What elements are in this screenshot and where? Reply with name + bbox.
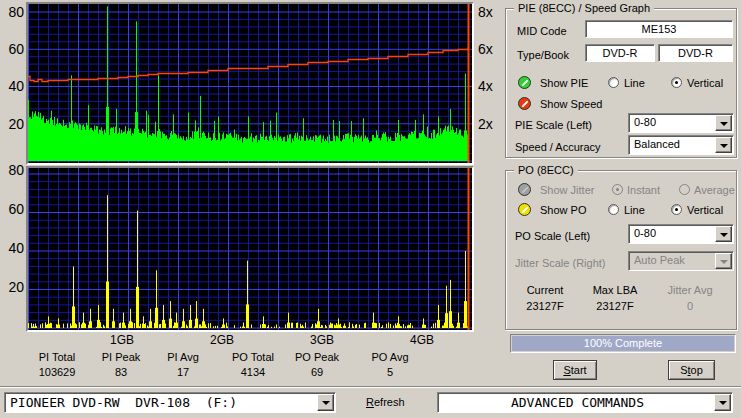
pie-line-radio[interactable] — [608, 77, 619, 88]
jitter-avg-value: 0 — [660, 300, 720, 313]
x-axis-tick-1gb: 1GB — [102, 334, 142, 347]
jitter-scale-dropdown-arrow-icon — [715, 253, 732, 269]
speed-axis-tick-6x: 6x — [478, 42, 504, 56]
pie-scale-dropdown-arrow-icon[interactable] — [715, 115, 732, 131]
max-lba-value: 23127F — [585, 300, 645, 313]
po-avg-label: PO Avg — [350, 351, 430, 364]
stop-button-rest: op — [691, 364, 703, 376]
pie-group-title: PIE (8ECC) / Speed Graph — [514, 2, 654, 14]
advanced-commands-dropdown-arrow-icon[interactable] — [714, 394, 731, 411]
x-axis-tick-2gb: 2GB — [202, 334, 242, 347]
advanced-commands-select[interactable]: ADVANCED COMMANDS — [437, 392, 733, 413]
pie-speed-graph-canvas — [26, 2, 474, 165]
type-value: DVD-R — [586, 45, 654, 59]
pie-scale-value: 0-80 — [634, 116, 713, 128]
book-value: DVD-R — [659, 45, 732, 59]
pie-vertical-radio[interactable] — [671, 77, 682, 88]
pie-line-label[interactable]: Line — [624, 77, 645, 90]
book-field: DVD-R — [658, 44, 733, 62]
show-speed-led-button[interactable] — [518, 97, 531, 110]
max-lba-label: Max LBA — [585, 284, 645, 297]
mid-code-field: ME153 — [585, 20, 733, 38]
po-axis-tick-80: 80 — [2, 163, 24, 177]
po-avg-value: 5 — [350, 366, 430, 379]
pie-vertical-label[interactable]: Vertical — [687, 77, 723, 90]
jitter-instant-radio — [612, 184, 623, 195]
bottom-separator — [0, 386, 741, 388]
refresh-button[interactable]: Refresh — [366, 396, 405, 409]
current-value: 23127F — [515, 300, 575, 313]
po-vertical-label[interactable]: Vertical — [687, 204, 723, 217]
pie-axis-tick-20: 20 — [2, 117, 24, 131]
show-jitter-led-button — [518, 183, 531, 196]
jitter-average-radio — [679, 184, 690, 195]
type-field: DVD-R — [585, 44, 655, 62]
po-axis-tick-60: 60 — [2, 202, 24, 216]
po-scale-dropdown-arrow-icon[interactable] — [715, 226, 732, 242]
po-peak-label: PO Peak — [277, 351, 357, 364]
refresh-accel: R — [366, 396, 374, 408]
speed-accuracy-dropdown-arrow-icon[interactable] — [715, 137, 732, 153]
speed-accuracy-value: Balanced — [634, 138, 713, 150]
stop-button-pre: S — [680, 364, 687, 376]
jitter-instant-label: Instant — [627, 184, 660, 197]
type-book-label: Type/Book — [517, 49, 569, 62]
po-line-radio[interactable] — [608, 204, 619, 215]
x-axis-tick-3gb: 3GB — [302, 334, 342, 347]
show-jitter-label: Show Jitter — [540, 184, 594, 197]
po-group-title: PO (8ECC) — [514, 164, 578, 176]
speed-axis-tick-4x: 4x — [478, 79, 504, 93]
start-button-rest: tart — [571, 364, 587, 376]
po-axis-tick-20: 20 — [2, 280, 24, 294]
po-scale-select[interactable]: 0-80 — [628, 224, 734, 244]
stop-button[interactable]: Stop — [668, 360, 715, 380]
drive-select-dropdown-arrow-icon[interactable] — [317, 394, 334, 411]
show-pie-label: Show PIE — [540, 77, 588, 90]
x-axis-tick-4gb: 4GB — [402, 334, 442, 347]
jitter-avg-label: Jitter Avg — [660, 284, 720, 297]
po-line-label[interactable]: Line — [624, 204, 645, 217]
app-window: 80 60 40 20 8x 6x 4x 2x 80 60 40 20 1GB … — [0, 0, 741, 418]
po-peak-value: 69 — [277, 366, 357, 379]
current-label: Current — [515, 284, 575, 297]
refresh-rest: efresh — [374, 396, 405, 408]
progress-text: 100% Complete — [511, 337, 735, 349]
jitter-scale-value: Auto Peak — [634, 254, 713, 266]
drive-select-value: PIONEER DVD-RW DVR-108 (F:) — [10, 395, 315, 410]
show-po-label: Show PO — [540, 204, 586, 217]
drive-select[interactable]: PIONEER DVD-RW DVR-108 (F:) — [4, 392, 336, 413]
speed-accuracy-label: Speed / Accuracy — [515, 141, 601, 154]
start-button[interactable]: Start — [553, 360, 597, 380]
speed-accuracy-select[interactable]: Balanced — [628, 135, 734, 155]
po-scale-value: 0-80 — [634, 227, 713, 239]
po-vertical-radio[interactable] — [671, 204, 682, 215]
pie-axis-tick-40: 40 — [2, 79, 24, 93]
speed-axis-tick-8x: 8x — [478, 5, 504, 19]
po-axis-tick-40: 40 — [2, 241, 24, 255]
show-pie-led-button[interactable] — [518, 76, 531, 89]
advanced-commands-value: ADVANCED COMMANDS — [443, 395, 712, 410]
pie-axis-tick-80: 80 — [2, 5, 24, 19]
pie-scale-select[interactable]: 0-80 — [628, 113, 734, 133]
jitter-average-label: Average — [694, 184, 735, 197]
pi-avg-value: 17 — [143, 366, 223, 379]
show-po-led-button[interactable] — [518, 203, 531, 216]
pie-scale-label: PIE Scale (Left) — [515, 119, 592, 132]
pie-axis-tick-60: 60 — [2, 42, 24, 56]
progress-bar: 100% Complete — [510, 334, 736, 353]
mid-code-value: ME153 — [586, 21, 732, 35]
po-scale-label: PO Scale (Left) — [515, 230, 590, 243]
mid-code-label: MID Code — [517, 25, 567, 38]
start-button-accel: S — [563, 364, 570, 376]
jitter-scale-label: Jitter Scale (Right) — [515, 257, 605, 270]
show-speed-label: Show Speed — [540, 98, 602, 111]
po-graph-canvas — [26, 166, 474, 332]
pi-avg-label: PI Avg — [143, 351, 223, 364]
jitter-scale-select: Auto Peak — [628, 251, 734, 271]
speed-axis-tick-2x: 2x — [478, 117, 504, 131]
